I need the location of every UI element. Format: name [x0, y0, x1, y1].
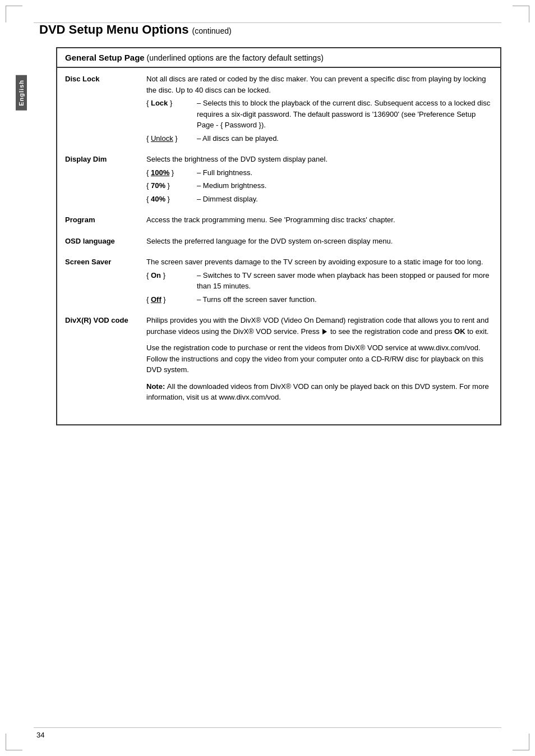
section-header-title: General Setup Page: [65, 53, 145, 62]
disc-lock-label: Disc Lock: [65, 74, 146, 144]
main-content: English General Setup Page (underlined o…: [39, 47, 501, 425]
screen-saver-label: Screen Saver: [65, 256, 146, 305]
content-box: General Setup Page (underlined options a…: [56, 47, 501, 425]
sidebar-language-label: English: [16, 75, 27, 111]
page-title-continued: (continued): [192, 26, 232, 35]
section-header-note: (underlined options are the factory defa…: [147, 53, 324, 62]
disc-lock-option-lock: { Lock } – Selects this to block the pla…: [146, 98, 492, 131]
divx-para-2: Use the registration code to purchase or…: [146, 342, 492, 375]
unlock-text: Unlock: [151, 134, 173, 143]
setting-row-display-dim: Display Dim Selects the brightness of th…: [65, 154, 492, 204]
divx-vod-description: Philips provides you with the DivX® VOD …: [146, 315, 492, 403]
disc-lock-description: Not all discs are rated or coded by the …: [146, 74, 492, 144]
page-number: 34: [36, 731, 44, 739]
screen-saver-option-on: { On } – Switches to TV screen saver mod…: [146, 270, 492, 292]
section-header: General Setup Page (underlined options a…: [57, 48, 500, 68]
corner-mark-bl: [6, 734, 22, 750]
program-label: Program: [65, 214, 146, 226]
corner-mark-tr: [513, 6, 529, 22]
display-dim-description: Selects the brightness of the DVD system…: [146, 154, 492, 204]
bottom-border-line: [34, 727, 501, 728]
page-container: DVD Setup Menu Options (continued) Engli…: [0, 0, 535, 756]
display-dim-label: Display Dim: [65, 154, 146, 204]
setting-row-disc-lock: Disc Lock Not all discs are rated or cod…: [65, 74, 492, 144]
osd-language-description: Selects the preferred language for the D…: [146, 236, 492, 247]
display-dim-option-40: { 40% } – Dimmest display.: [146, 194, 492, 205]
screen-saver-description: The screen saver prevents damage to the …: [146, 256, 492, 305]
page-title: DVD Setup Menu Options (continued): [39, 22, 501, 37]
screen-saver-option-off: { Off } – Turns off the screen saver fun…: [146, 294, 492, 305]
display-dim-option-70: { 70% } – Medium brightness.: [146, 180, 492, 191]
divx-vod-label: DivX(R) VOD code: [65, 315, 146, 403]
setting-row-program: Program Access the track programming men…: [65, 214, 492, 226]
play-icon: [322, 329, 327, 335]
divx-note: Note: All the downloaded videos from Div…: [146, 381, 492, 403]
corner-mark-tl: [6, 6, 22, 22]
setting-row-osd-language: OSD language Selects the preferred langu…: [65, 236, 492, 247]
divx-para-1: Philips provides you with the DivX® VOD …: [146, 315, 492, 337]
display-dim-option-100: { 100% } – Full brightness.: [146, 167, 492, 178]
note-label: Note:: [146, 382, 167, 391]
top-border-line: [34, 22, 501, 23]
osd-language-label: OSD language: [65, 236, 146, 247]
setting-row-screen-saver: Screen Saver The screen saver prevents d…: [65, 256, 492, 305]
program-description: Access the track programming menu. See '…: [146, 214, 492, 226]
disc-lock-option-unlock: { Unlock } – All discs can be played.: [146, 133, 492, 144]
page-title-text: DVD Setup Menu Options: [39, 22, 188, 36]
corner-mark-br: [513, 734, 529, 750]
setting-row-divx-vod: DivX(R) VOD code Philips provides you wi…: [65, 315, 492, 403]
content-body: Disc Lock Not all discs are rated or cod…: [57, 68, 500, 424]
